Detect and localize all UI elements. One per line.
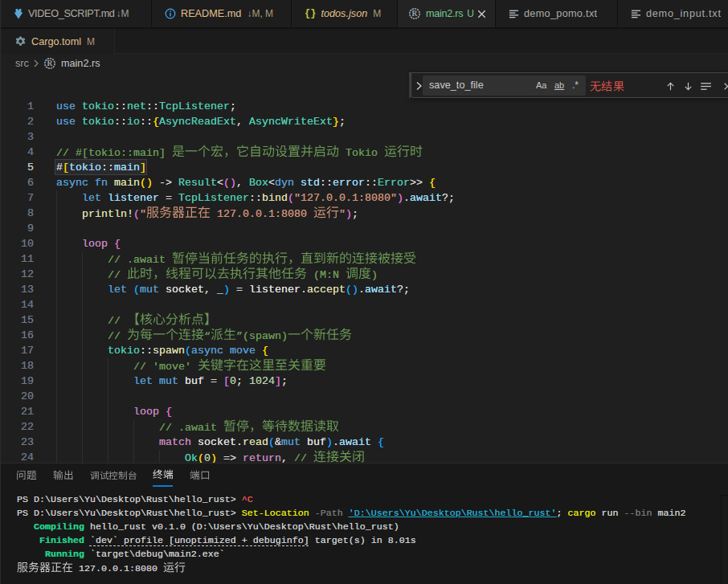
svg-text:R: R <box>47 59 52 67</box>
svg-text:R: R <box>412 10 418 18</box>
